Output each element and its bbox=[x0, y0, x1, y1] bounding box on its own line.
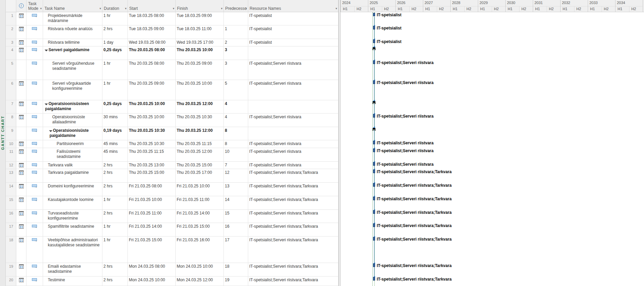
task-name-cell[interactable]: Riistvara nõuete analüüs bbox=[43, 25, 102, 39]
gantt-summary-bar[interactable] bbox=[373, 128, 375, 129]
predecessor-cell[interactable]: 16 bbox=[224, 223, 248, 236]
duration-cell[interactable]: 2 hrs bbox=[102, 169, 128, 182]
row-number-cell[interactable]: 14 bbox=[6, 183, 16, 196]
start-cell[interactable]: Thu 20.03.25 10:30 bbox=[128, 140, 176, 148]
row-number-cell[interactable]: 6 bbox=[6, 80, 16, 100]
task-name-cell[interactable]: Operatsioonisüste allalaadimine bbox=[43, 114, 102, 127]
start-cell[interactable]: Thu 20.03.25 08:00 bbox=[128, 60, 176, 80]
gantt-bar[interactable] bbox=[373, 81, 375, 84]
task-mode-cell[interactable]: → bbox=[26, 46, 43, 60]
finish-cell[interactable]: Thu 20.03.25 11:15 bbox=[176, 140, 224, 148]
task-mode-cell[interactable]: → bbox=[26, 263, 43, 276]
predecessor-cell[interactable]: 1 bbox=[224, 25, 248, 39]
resources-cell[interactable]: IT-spetsialist;Serveri riistvara bbox=[248, 80, 338, 100]
resources-cell[interactable]: IT-spetsialist;Serveri riistvara bbox=[248, 148, 338, 161]
task-mode-cell[interactable]: → bbox=[26, 60, 43, 80]
row-number-cell[interactable]: 19 bbox=[6, 263, 16, 276]
task-mode-cell[interactable]: → bbox=[26, 25, 43, 39]
filter-arrow-icon[interactable]: ▾ bbox=[173, 6, 174, 11]
filter-arrow-icon[interactable]: ▾ bbox=[99, 6, 101, 11]
predecessor-cell[interactable]: 18 bbox=[224, 263, 248, 276]
resources-cell[interactable]: IT-spetsialist;Serveri riistvara bbox=[248, 162, 338, 169]
row-number-cell[interactable]: 4 bbox=[6, 46, 16, 60]
row-number-cell[interactable]: 3 bbox=[6, 39, 16, 46]
duration-cell[interactable]: 0,25 days bbox=[102, 46, 128, 60]
row-number-cell[interactable]: 5 bbox=[6, 60, 16, 80]
finish-cell[interactable]: Thu 20.03.25 12:00 bbox=[176, 127, 224, 140]
resources-cell[interactable]: IT-spetsialist;Serveri riistvara;Tarkvar… bbox=[248, 223, 338, 236]
row-number-cell[interactable]: 2 bbox=[6, 25, 16, 39]
task-mode-cell[interactable]: → bbox=[26, 127, 43, 140]
finish-cell[interactable]: Tue 18.03.25 11:00 bbox=[176, 25, 224, 39]
duration-cell[interactable]: 1 hr bbox=[102, 12, 128, 25]
predecessor-cell[interactable]: 3 bbox=[224, 60, 248, 80]
task-name-cell[interactable]: Serveri võrguühenduse seadistamine bbox=[43, 60, 102, 80]
row-number-cell[interactable]: 9 bbox=[6, 127, 16, 140]
predecessor-cell[interactable]: 8 bbox=[224, 140, 248, 148]
row-number-cell[interactable]: 11 bbox=[6, 148, 16, 161]
row-number-cell[interactable]: 18 bbox=[6, 237, 16, 263]
duration-cell[interactable]: 45 mins bbox=[102, 148, 128, 161]
gantt-bar[interactable] bbox=[373, 162, 375, 166]
filter-arrow-icon[interactable]: ▾ bbox=[125, 6, 126, 11]
task-mode-cell[interactable]: → bbox=[26, 80, 43, 100]
start-cell[interactable]: Thu 20.03.25 13:00 bbox=[128, 162, 176, 169]
start-cell[interactable]: Thu 20.03.25 11:15 bbox=[128, 148, 176, 161]
column-header-finish[interactable]: Finish ▾ bbox=[176, 0, 224, 12]
task-name-cell[interactable]: Kasutajakontode loomine bbox=[43, 196, 102, 209]
resources-cell[interactable]: IT-spetsialist bbox=[248, 12, 338, 25]
start-cell[interactable]: Thu 20.03.25 10:00 bbox=[128, 114, 176, 127]
duration-cell[interactable]: 2 hrs bbox=[102, 277, 128, 286]
resources-cell[interactable]: IT-spetsialist;Serveri riistvara bbox=[248, 140, 338, 148]
predecessor-cell[interactable]: 8 bbox=[224, 127, 248, 140]
gantt-bar[interactable] bbox=[373, 149, 375, 152]
gantt-bar[interactable] bbox=[373, 141, 375, 144]
task-mode-cell[interactable]: → bbox=[26, 39, 43, 46]
resources-cell[interactable]: IT-spetsialist;Serveri riistvara;Tarkvar… bbox=[248, 210, 338, 223]
row-number-cell[interactable]: 7 bbox=[6, 100, 16, 113]
gantt-bar[interactable] bbox=[373, 40, 375, 43]
row-number-cell[interactable]: 16 bbox=[6, 210, 16, 223]
finish-cell[interactable]: Thu 20.03.25 09:00 bbox=[176, 60, 224, 80]
finish-cell[interactable]: Thu 20.03.25 12:00 bbox=[176, 148, 224, 161]
duration-cell[interactable]: 2 hrs bbox=[102, 183, 128, 196]
duration-cell[interactable]: 2 hrs bbox=[102, 25, 128, 39]
task-mode-cell[interactable]: → bbox=[26, 140, 43, 148]
row-number-cell[interactable]: 8 bbox=[6, 114, 16, 127]
predecessor-cell[interactable]: 4 bbox=[224, 100, 248, 113]
task-mode-cell[interactable]: → bbox=[26, 169, 43, 182]
filter-arrow-icon[interactable]: ▾ bbox=[245, 6, 247, 11]
finish-cell[interactable]: Thu 20.03.25 10:30 bbox=[176, 114, 224, 127]
gantt-bar[interactable] bbox=[373, 224, 375, 227]
resources-cell[interactable]: IT-spetsialist;Serveri riistvara;Tarkvar… bbox=[248, 196, 338, 209]
duration-cell[interactable]: 2 hrs bbox=[102, 162, 128, 169]
column-header-predecessors[interactable]: Predecesso ▾ bbox=[224, 0, 248, 12]
resources-cell[interactable] bbox=[248, 46, 338, 60]
start-cell[interactable]: Tue 18.03.25 09:00 bbox=[128, 25, 176, 39]
duration-cell[interactable]: 1 hr bbox=[102, 80, 128, 100]
task-name-cell[interactable]: Serveri võrgukaartide konfigureerimine bbox=[43, 80, 102, 100]
task-mode-cell[interactable]: → bbox=[26, 183, 43, 196]
duration-cell[interactable]: 45 mins bbox=[102, 140, 128, 148]
task-name-cell[interactable]: Failisüsteemi seadistamine bbox=[43, 148, 102, 161]
predecessor-cell[interactable]: 10 bbox=[224, 148, 248, 161]
finish-cell[interactable]: Mon 24.03.25 10:00 bbox=[176, 263, 224, 276]
task-name-cell[interactable]: Spamifiltrite seadistamine bbox=[43, 223, 102, 236]
finish-cell[interactable]: Thu 20.03.25 15:00 bbox=[176, 162, 224, 169]
start-cell[interactable]: Fri 21.03.25 10:00 bbox=[128, 196, 176, 209]
predecessor-cell[interactable]: 13 bbox=[224, 183, 248, 196]
gantt-bar[interactable] bbox=[373, 13, 375, 16]
task-mode-cell[interactable]: → bbox=[26, 210, 43, 223]
start-cell[interactable]: Thu 20.03.25 15:00 bbox=[128, 169, 176, 182]
resources-cell[interactable]: IT-spetsialist;Serveri riistvara;Tarkvar… bbox=[248, 263, 338, 276]
row-number-cell[interactable]: 12 bbox=[6, 162, 16, 169]
gantt-bar[interactable] bbox=[373, 170, 375, 173]
task-name-cell[interactable]: Testimine bbox=[43, 277, 102, 286]
gantt-bar[interactable] bbox=[373, 183, 375, 187]
task-name-cell[interactable]: Tarkvara paigaldamine bbox=[43, 169, 102, 182]
task-name-cell[interactable]: Tarkvara valik bbox=[43, 162, 102, 169]
start-cell[interactable]: Mon 24.03.25 10:00 bbox=[128, 277, 176, 286]
gantt-bar[interactable] bbox=[373, 26, 375, 29]
start-cell[interactable]: Fri 21.03.25 15:00 bbox=[128, 237, 176, 263]
task-name-cell[interactable]: Riistvara tellimine bbox=[43, 39, 102, 46]
